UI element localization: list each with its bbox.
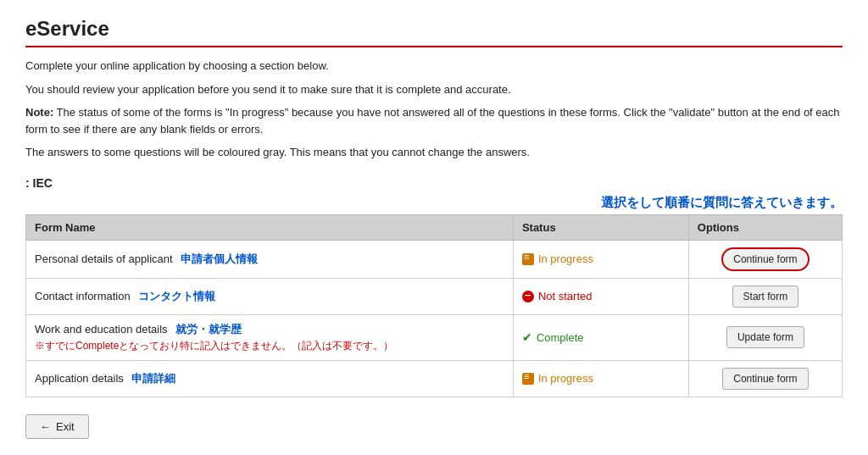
table-row: Personal details of applicant 申請者個人情報In … bbox=[26, 240, 843, 278]
form-name-cell: Personal details of applicant 申請者個人情報 bbox=[26, 240, 514, 278]
complete-icon: ✔ bbox=[522, 330, 532, 344]
in-progress-icon bbox=[522, 373, 534, 385]
forms-table: Form Name Status Options Personal detail… bbox=[25, 214, 843, 397]
form-name-text: Application details bbox=[35, 372, 126, 385]
status-cell: ✔Complete bbox=[513, 314, 688, 360]
page-title: eService bbox=[25, 17, 843, 41]
col-form-name: Form Name bbox=[26, 214, 514, 240]
status-badge: In progress bbox=[538, 372, 593, 385]
status-badge: In progress bbox=[538, 252, 593, 265]
exit-button[interactable]: ← Exit bbox=[25, 414, 89, 439]
form-name-cell: Application details 申請詳細 bbox=[26, 360, 514, 397]
option-button-2[interactable]: Update form bbox=[726, 326, 804, 348]
in-progress-icon bbox=[522, 253, 534, 265]
table-row: Application details 申請詳細In progressConti… bbox=[26, 360, 843, 397]
annotation-text: 選択をして順番に質問に答えていきます。 bbox=[25, 195, 843, 211]
status-badge: Not started bbox=[538, 290, 593, 302]
col-options: Options bbox=[688, 214, 842, 240]
intro-line2: You should review your application befor… bbox=[25, 81, 843, 98]
status-cell: In progress bbox=[513, 360, 688, 397]
option-button-1[interactable]: Start form bbox=[732, 286, 799, 308]
table-row: Work and education details 就労・就学歴※すでにCom… bbox=[26, 314, 843, 360]
exit-arrow-icon: ← bbox=[40, 420, 51, 433]
status-cell: Not started bbox=[513, 278, 688, 314]
option-button-0[interactable]: Continue form bbox=[721, 247, 809, 271]
section-title: : IEC bbox=[25, 176, 843, 190]
not-started-icon bbox=[522, 291, 534, 302]
options-cell: Continue form bbox=[688, 240, 842, 278]
intro-note: Note: Note: The status of some of the fo… bbox=[25, 104, 843, 137]
options-cell: Update form bbox=[688, 314, 842, 360]
form-name-jp: 申請者個人情報 bbox=[181, 252, 258, 265]
exit-label: Exit bbox=[56, 420, 75, 433]
intro-line1: Complete your online application by choo… bbox=[25, 58, 843, 75]
options-cell: Continue form bbox=[688, 360, 842, 397]
form-name-text: Contact information bbox=[35, 290, 133, 302]
intro-gray-note: The answers to some questions will be co… bbox=[25, 144, 843, 161]
form-name-cell: Contact information コンタクト情報 bbox=[26, 278, 514, 314]
options-cell: Start form bbox=[688, 278, 842, 314]
form-name-cell: Work and education details 就労・就学歴※すでにCom… bbox=[26, 314, 514, 360]
form-name-text: Work and education details bbox=[35, 323, 170, 336]
col-status: Status bbox=[513, 214, 688, 240]
table-row: Contact information コンタクト情報Not startedSt… bbox=[26, 278, 843, 314]
form-name-jp: コンタクト情報 bbox=[138, 290, 215, 302]
status-cell: In progress bbox=[513, 240, 688, 278]
form-name-jp: 申請詳細 bbox=[131, 372, 175, 385]
form-name-text: Personal details of applicant bbox=[35, 252, 175, 265]
form-name-jp: 就労・就学歴 bbox=[175, 323, 242, 336]
form-name-sub: ※すでにCompleteとなっており特に記入はできません。（記入は不要です。） bbox=[35, 339, 504, 353]
status-badge: Complete bbox=[537, 331, 584, 344]
option-button-3[interactable]: Continue form bbox=[722, 368, 808, 390]
